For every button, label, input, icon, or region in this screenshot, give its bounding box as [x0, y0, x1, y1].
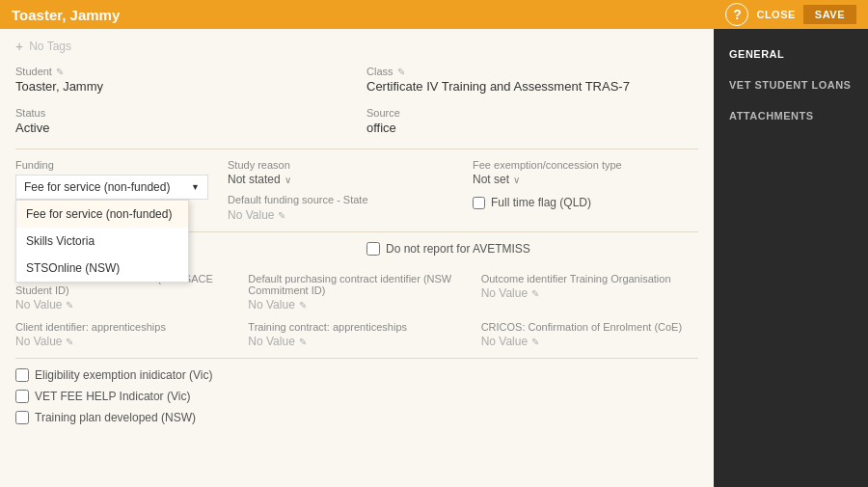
cricos-field: CRICOS: Confirmation of Enrolment (CoE) … — [481, 321, 698, 348]
fee-exemption-label: Fee exemption/concession type — [473, 159, 698, 171]
client-identifier-value: No Value ✎ — [15, 335, 232, 348]
training-plan-label: Training plan developed (NSW) — [35, 411, 196, 424]
cricos-value: No Value ✎ — [481, 335, 698, 348]
study-reason-value: Not stated — [228, 173, 281, 186]
divider-1 — [15, 149, 698, 149]
status-field: Status Active — [15, 107, 347, 135]
default-funding-edit-icon[interactable]: ✎ — [278, 210, 285, 221]
fee-exemption-arrow-icon: ∨ — [513, 175, 520, 185]
outcome-identifier-value: No Value ✎ — [481, 286, 698, 300]
associated-course-value: No Value ✎ — [15, 298, 232, 311]
funding-option-3[interactable]: STSOnline (NSW) — [16, 255, 188, 282]
default-purchasing-value: No Value ✎ — [248, 298, 465, 311]
funding-section: Funding Fee for service (non-funded) ▼ F… — [15, 159, 698, 222]
save-button[interactable]: SAVE — [803, 5, 856, 24]
funding-option-1[interactable]: Fee for service (non-funded) — [16, 201, 188, 228]
fee-exemption-field: Fee exemption/concession type Not set ∨ … — [473, 159, 698, 222]
help-button[interactable]: ? — [725, 3, 748, 26]
eligibility-exemption-row: Eligibility exemption inidicator (Vic) — [15, 368, 698, 382]
divider-3 — [15, 358, 698, 359]
full-time-flag-checkbox[interactable] — [473, 197, 485, 209]
cricos-label: CRICOS: Confirmation of Enrolment (CoE) — [481, 321, 698, 333]
source-field: Source office — [366, 107, 698, 135]
vet-fee-help-label: VET FEE HELP Indicator (Vic) — [35, 390, 190, 403]
header-title: Toaster, Jammy — [12, 7, 120, 23]
default-purchasing-label: Default purchasing contract identifier (… — [248, 273, 465, 296]
default-funding-section: Default funding source - State No Value … — [228, 194, 453, 222]
training-contract-label: Training contract: apprenticeships — [248, 321, 465, 333]
fee-exemption-value: Not set — [473, 173, 509, 186]
training-contract-edit-icon[interactable]: ✎ — [299, 337, 307, 347]
eligibility-exemption-label: Eligibility exemption inidicator (Vic) — [35, 368, 213, 382]
student-edit-icon[interactable]: ✎ — [56, 67, 64, 77]
funding-dropdown-menu: Fee for service (non-funded) Skills Vict… — [15, 200, 189, 283]
do-not-report-checkbox[interactable] — [366, 242, 380, 256]
tags-row: + No Tags — [15, 39, 698, 54]
class-label: Class ✎ — [366, 66, 698, 77]
cricos-edit-icon[interactable]: ✎ — [531, 337, 539, 347]
eligibility-exemption-checkbox[interactable] — [15, 368, 29, 382]
add-tag-icon[interactable]: + — [15, 39, 23, 54]
student-value: Toaster, Jammy — [15, 79, 347, 94]
student-field: Student ✎ Toaster, Jammy — [15, 66, 347, 94]
sidebar-item-general[interactable]: GENERAL — [714, 39, 868, 69]
study-reason-select[interactable]: Not stated ∨ — [228, 173, 453, 186]
close-button[interactable]: CLOSE — [756, 9, 795, 20]
source-label: Source — [366, 107, 698, 119]
status-label: Status — [15, 107, 347, 119]
sidebar: GENERAL VET STUDENT LOANS ATTACHMENTS — [714, 29, 868, 487]
outcome-identifier-label: Outcome identifier Training Organisation — [481, 273, 698, 284]
outcome-identifier-field: Outcome identifier Training Organisation… — [481, 273, 698, 311]
client-identifier-label: Client identifier: apprenticeships — [15, 321, 232, 333]
associated-course-edit-icon[interactable]: ✎ — [66, 300, 73, 311]
funding-dropdown-selected[interactable]: Fee for service (non-funded) ▼ — [15, 175, 208, 200]
sidebar-item-vet-student-loans[interactable]: VET STUDENT LOANS — [714, 69, 868, 100]
funding-label: Funding — [15, 159, 208, 171]
full-time-flag-label: Full time flag (QLD) — [491, 196, 591, 209]
do-not-report-checkbox-row: Do not report for AVETMISS — [366, 242, 698, 256]
default-funding-value: No Value ✎ — [228, 208, 453, 222]
training-contract-field: Training contract: apprenticeships No Va… — [248, 321, 465, 348]
sidebar-item-attachments[interactable]: ATTACHMENTS — [714, 100, 868, 131]
student-label: Student ✎ — [15, 66, 347, 77]
do-not-report-field: Do not report for AVETMISS — [366, 242, 698, 263]
dropdown-arrow-icon: ▼ — [191, 182, 200, 192]
default-funding-label: Default funding source - State — [228, 194, 453, 205]
do-not-report-label: Do not report for AVETMISS — [386, 242, 530, 256]
study-reason-arrow-icon: ∨ — [285, 175, 291, 185]
funding-field: Funding Fee for service (non-funded) ▼ F… — [15, 159, 208, 222]
main-content: + No Tags Student ✎ Toaster, Jammy Class… — [0, 29, 714, 487]
default-purchasing-field: Default purchasing contract identifier (… — [248, 273, 465, 311]
class-value: Certificate IV Training and Assessment T… — [366, 79, 698, 94]
training-contract-value: No Value ✎ — [248, 335, 465, 348]
study-reason-label: Study reason — [228, 159, 453, 171]
funding-option-2[interactable]: Skills Victoria — [16, 228, 188, 255]
identifiers-row-2: Client identifier: apprenticeships No Va… — [15, 321, 698, 348]
class-edit-icon[interactable]: ✎ — [397, 67, 405, 77]
status-source-row: Status Active Source office — [15, 107, 698, 135]
training-plan-row: Training plan developed (NSW) — [15, 411, 698, 424]
status-value: Active — [15, 121, 347, 135]
tags-placeholder: No Tags — [29, 40, 71, 53]
funding-dropdown-container: Fee for service (non-funded) ▼ Fee for s… — [15, 175, 208, 200]
fee-exemption-select[interactable]: Not set ∨ — [473, 173, 698, 186]
student-class-row: Student ✎ Toaster, Jammy Class ✎ Certifi… — [15, 66, 698, 94]
vet-fee-help-row: VET FEE HELP Indicator (Vic) — [15, 390, 698, 403]
study-reason-field: Study reason Not stated ∨ Default fundin… — [228, 159, 453, 222]
client-identifier-edit-icon[interactable]: ✎ — [66, 337, 73, 347]
header: Toaster, Jammy ? CLOSE SAVE — [0, 0, 868, 29]
source-value: office — [366, 121, 698, 135]
header-actions: ? CLOSE SAVE — [725, 3, 856, 26]
full-time-flag-row: Full time flag (QLD) — [473, 196, 698, 209]
vet-fee-help-checkbox[interactable] — [15, 390, 29, 403]
default-purchasing-edit-icon[interactable]: ✎ — [299, 300, 307, 311]
training-plan-checkbox[interactable] — [15, 411, 29, 424]
client-identifier-field: Client identifier: apprenticeships No Va… — [15, 321, 232, 348]
class-field: Class ✎ Certificate IV Training and Asse… — [366, 66, 698, 94]
layout: + No Tags Student ✎ Toaster, Jammy Class… — [0, 29, 868, 487]
outcome-identifier-edit-icon[interactable]: ✎ — [531, 288, 539, 299]
funding-selected-value: Fee for service (non-funded) — [24, 180, 170, 194]
